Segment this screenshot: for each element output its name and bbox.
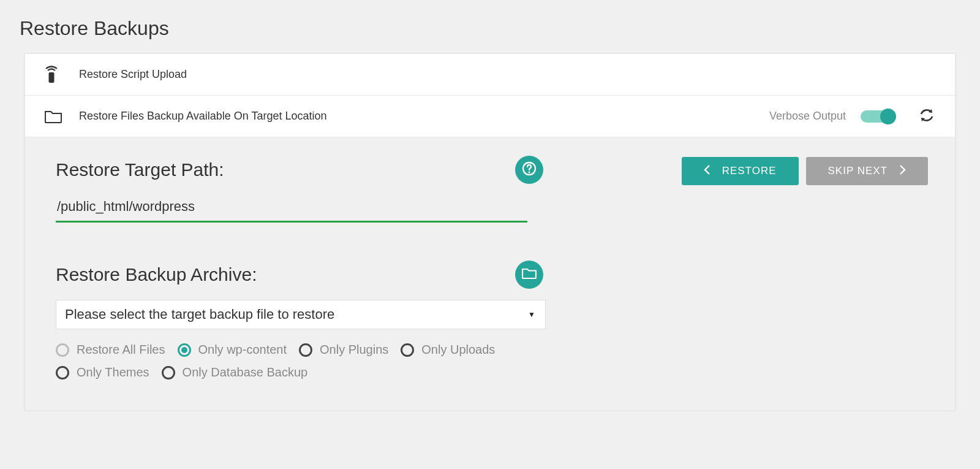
row-files-backup: Restore Files Backup Available On Target…: [25, 96, 955, 137]
restore-target-path-input[interactable]: [56, 195, 527, 223]
skip-next-button[interactable]: SKIP NEXT: [806, 157, 929, 185]
folder-icon: [45, 110, 79, 123]
radio-icon: [56, 366, 69, 379]
radio-label: Only Database Backup: [183, 365, 308, 379]
skip-next-button-label: SKIP NEXT: [828, 165, 888, 177]
refresh-icon[interactable]: [918, 107, 935, 126]
restore-scope-radios: Restore All Files Only wp-content Only P…: [56, 343, 546, 379]
radio-icon: [56, 343, 69, 357]
restore-button[interactable]: RESTORE: [682, 157, 799, 185]
radio-label: Only Themes: [77, 365, 149, 379]
page-title: Restore Backups: [0, 0, 980, 53]
target-path-title: Restore Target Path:: [56, 159, 224, 180]
radio-icon: [401, 343, 414, 357]
target-path-head: Restore Target Path:: [56, 156, 546, 184]
row-script-upload[interactable]: Restore Script Upload: [25, 54, 955, 96]
backup-archive-placeholder: Please select the target backup file to …: [65, 307, 334, 322]
restore-card: Restore Script Upload Restore Files Back…: [24, 53, 956, 411]
action-buttons: RESTORE SKIP NEXT: [682, 157, 928, 185]
radio-only-wpcontent[interactable]: Only wp-content: [178, 343, 287, 357]
radio-only-uploads[interactable]: Only Uploads: [401, 343, 495, 357]
svg-rect-0: [49, 72, 55, 83]
radio-icon: [299, 343, 312, 357]
radio-label: Only Uploads: [421, 343, 495, 357]
radio-label: Only Plugins: [320, 343, 388, 357]
svg-point-2: [529, 172, 530, 173]
radio-only-plugins[interactable]: Only Plugins: [299, 343, 388, 357]
verbose-output-label: Verbose Output: [769, 110, 846, 123]
help-button[interactable]: [515, 156, 543, 184]
browse-archive-button[interactable]: [515, 261, 543, 289]
verbose-output-toggle[interactable]: [861, 110, 895, 123]
row-files-backup-label: Restore Files Backup Available On Target…: [79, 110, 327, 123]
radio-label: Only wp-content: [198, 343, 287, 357]
left-column: Restore Target Path: Restore Backup Arch…: [56, 156, 546, 379]
radio-restore-all[interactable]: Restore All Files: [56, 343, 165, 357]
chevron-down-icon: ▼: [528, 310, 535, 319]
right-column: RESTORE SKIP NEXT: [546, 156, 928, 379]
radio-only-themes[interactable]: Only Themes: [56, 365, 149, 379]
folder-open-icon: [522, 267, 537, 282]
toggle-knob: [880, 109, 896, 124]
radio-icon: [162, 366, 175, 379]
chevron-right-icon: [899, 165, 906, 178]
panel-body: Restore Target Path: Restore Backup Arch…: [25, 137, 955, 410]
radio-label: Restore All Files: [77, 343, 165, 357]
chevron-left-icon: [704, 165, 711, 178]
remote-icon: [45, 66, 79, 84]
row-script-upload-label: Restore Script Upload: [79, 68, 187, 81]
archive-title: Restore Backup Archive:: [56, 264, 257, 285]
backup-archive-select[interactable]: Please select the target backup file to …: [56, 300, 546, 329]
archive-head: Restore Backup Archive:: [56, 261, 546, 289]
radio-only-database[interactable]: Only Database Backup: [162, 365, 308, 379]
help-icon: [522, 161, 537, 178]
radio-icon: [178, 343, 191, 357]
restore-button-label: RESTORE: [722, 165, 777, 177]
